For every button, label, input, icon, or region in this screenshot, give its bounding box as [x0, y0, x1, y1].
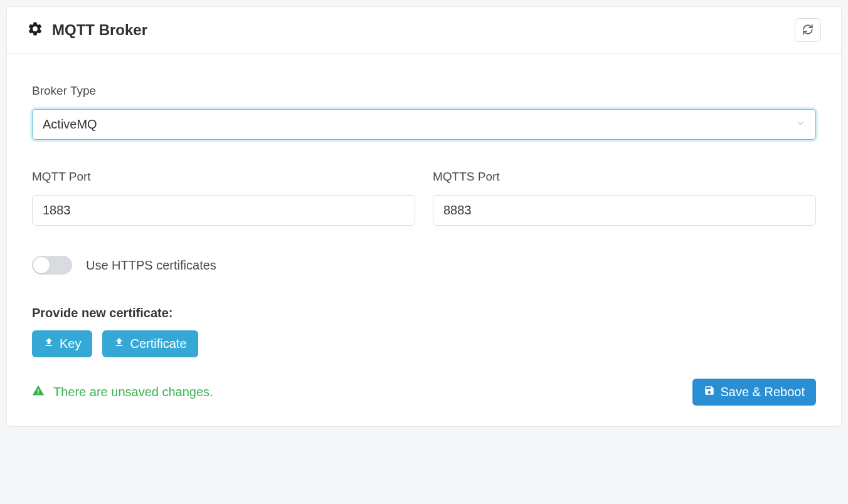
save-reboot-label: Save & Reboot [720, 385, 805, 399]
use-https-cert-toggle[interactable] [32, 256, 72, 275]
refresh-icon [802, 24, 814, 37]
upload-icon [114, 337, 125, 351]
panel-header: MQTT Broker [7, 7, 841, 54]
mqtt-port-label: MQTT Port [32, 170, 415, 184]
refresh-button[interactable] [795, 18, 821, 42]
page-title: MQTT Broker [52, 21, 147, 39]
upload-key-label: Key [60, 337, 81, 351]
save-reboot-button[interactable]: Save & Reboot [692, 379, 816, 406]
broker-type-label: Broker Type [32, 84, 816, 98]
broker-type-select[interactable]: ActiveMQ [32, 109, 816, 140]
upload-icon [43, 337, 55, 351]
mqtts-port-input[interactable] [433, 195, 816, 226]
provide-cert-heading: Provide new certificate: [32, 306, 816, 320]
toggle-knob [33, 257, 50, 273]
upload-key-button[interactable]: Key [32, 330, 92, 357]
save-icon [704, 385, 715, 399]
unsaved-changes-text: There are unsaved changes. [53, 385, 213, 399]
mqtts-port-label: MQTTS Port [433, 170, 816, 184]
use-https-cert-label: Use HTTPS certificates [86, 258, 216, 273]
upload-cert-label: Certificate [130, 337, 186, 351]
mqtt-port-input[interactable] [32, 195, 415, 226]
warning-icon [32, 384, 45, 400]
unsaved-changes-notice: There are unsaved changes. [32, 384, 213, 400]
gear-icon [27, 21, 43, 39]
mqtt-broker-panel: MQTT Broker Broker Type ActiveMQ [6, 6, 842, 427]
upload-cert-button[interactable]: Certificate [102, 330, 198, 357]
